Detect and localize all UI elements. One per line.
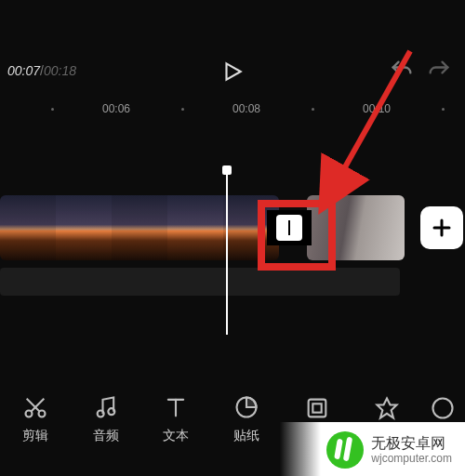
ruler-label: 00:08: [232, 102, 260, 115]
watermark: 无极安卓网 wjcomputer.com: [280, 422, 465, 476]
play-button[interactable]: [220, 60, 245, 87]
ruler-tick: [312, 108, 314, 111]
tool-audio-label: 音频: [93, 428, 119, 444]
svg-point-10: [108, 408, 114, 415]
playback-current: 00:07: [7, 63, 40, 78]
svg-marker-0: [227, 63, 241, 79]
redo-button[interactable]: [426, 58, 452, 87]
tool-text[interactable]: 文本: [148, 394, 204, 444]
add-clip-button[interactable]: [420, 206, 463, 249]
playback-timecode: 00:07/00:18: [7, 63, 76, 78]
svg-rect-15: [312, 403, 321, 412]
watermark-title: 无极安卓网: [371, 436, 452, 451]
ruler-tick: [181, 108, 184, 111]
playhead[interactable]: [226, 167, 228, 335]
ruler-tick: [442, 108, 445, 111]
tool-cut-label: 剪辑: [22, 428, 48, 444]
tool-sticker-label: 贴纸: [233, 428, 259, 444]
tool-sticker[interactable]: 贴纸: [219, 394, 274, 444]
playback-total: 00:18: [44, 63, 76, 78]
annotation-highlight: [258, 200, 336, 271]
tool-cut[interactable]: 剪辑: [7, 394, 63, 444]
tool-text-label: 文本: [163, 428, 189, 444]
clip-1[interactable]: [0, 195, 279, 260]
ruler-tick: [51, 108, 54, 111]
undo-button[interactable]: [389, 58, 415, 87]
watermark-logo: [326, 431, 364, 469]
ruler-label: 00:10: [363, 102, 391, 115]
svg-marker-16: [378, 399, 397, 418]
time-ruler[interactable]: 00:06 00:08 00:10: [0, 102, 465, 119]
video-timeline[interactable]: [0, 195, 465, 260]
tool-audio[interactable]: 音频: [78, 394, 134, 444]
ruler-label: 00:06: [102, 102, 130, 115]
svg-rect-14: [308, 400, 326, 417]
watermark-url: wjcomputer.com: [371, 453, 452, 464]
audio-lane[interactable]: [0, 268, 400, 296]
svg-point-17: [433, 399, 453, 418]
